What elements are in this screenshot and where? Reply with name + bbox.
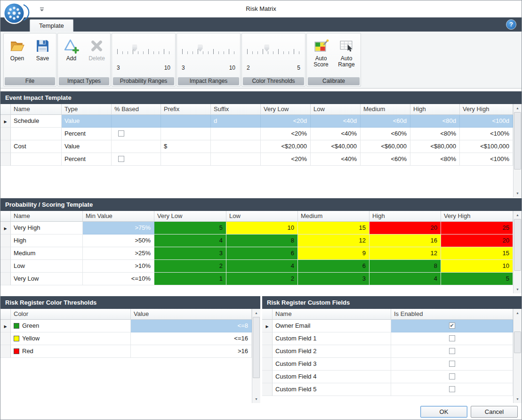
score-cell[interactable]: 20: [441, 234, 513, 247]
table-row[interactable]: High >50% 4 8 12 16 20: [0, 234, 513, 247]
score-cell[interactable]: 6: [298, 260, 369, 273]
scrollbar-thumb[interactable]: [514, 112, 521, 170]
table-row[interactable]: ▶ Green <=8: [0, 320, 252, 332]
scrollbar-thumb[interactable]: [514, 331, 521, 353]
cell-suffix[interactable]: [211, 140, 261, 153]
cell-medium[interactable]: <$60,000: [361, 140, 410, 153]
table-row[interactable]: ▶ Schedule Value d <20d <40d <60d <80d <…: [0, 115, 513, 128]
is-enabled-checkbox[interactable]: [449, 373, 455, 380]
scroll-up-button[interactable]: ▲: [514, 104, 522, 112]
cell-very-low[interactable]: <20%: [261, 128, 311, 140]
score-cell[interactable]: 25: [441, 222, 513, 234]
row-selector-cell[interactable]: [0, 273, 11, 285]
is-enabled-checkbox[interactable]: [449, 361, 455, 367]
cell-type[interactable]: Value: [62, 140, 112, 153]
auto-score-button[interactable]: Auto Score: [309, 36, 333, 68]
row-selector-cell[interactable]: [0, 260, 11, 273]
column-header-low[interactable]: Low: [311, 104, 361, 115]
add-impact-type-button[interactable]: Add: [59, 36, 84, 62]
column-header-color[interactable]: Color: [11, 309, 131, 320]
scroll-down-button[interactable]: ▼: [514, 189, 522, 197]
cell-min-value[interactable]: >10%: [83, 260, 154, 273]
tab-template[interactable]: Template: [30, 19, 73, 32]
cell-name[interactable]: Custom Field 5: [273, 383, 391, 396]
column-header-very-low[interactable]: Very Low: [154, 211, 226, 222]
cell-medium[interactable]: <60%: [361, 128, 410, 140]
cell-name[interactable]: Medium: [11, 247, 83, 260]
row-selector-cell[interactable]: [0, 247, 11, 260]
row-selector-cell[interactable]: [262, 358, 273, 371]
score-cell[interactable]: 10: [226, 222, 298, 234]
cell-high[interactable]: <80d: [410, 115, 460, 128]
pct-based-checkbox[interactable]: [118, 130, 124, 137]
cell-type[interactable]: Percent: [62, 153, 112, 166]
column-header-min-value[interactable]: Min Value: [83, 211, 154, 222]
cell-name[interactable]: Low: [11, 260, 83, 273]
cell-name[interactable]: [11, 153, 62, 166]
table-row[interactable]: Custom Field 2: [262, 345, 513, 358]
score-cell[interactable]: 10: [441, 260, 513, 273]
column-header-medium[interactable]: Medium: [361, 104, 410, 115]
score-cell[interactable]: 8: [369, 260, 441, 273]
row-selector-cell[interactable]: ▶: [0, 222, 11, 234]
cell-value[interactable]: <=8: [131, 320, 252, 332]
app-logo-icon[interactable]: [3, 2, 25, 24]
score-cell[interactable]: 3: [298, 273, 369, 285]
help-button[interactable]: ?: [506, 19, 516, 30]
cell-type[interactable]: Percent: [62, 128, 112, 140]
row-selector-cell[interactable]: ▶: [0, 320, 11, 332]
cell-very-high[interactable]: <$100,000: [460, 140, 513, 153]
is-enabled-checkbox[interactable]: [449, 386, 455, 392]
probability-ranges-slider[interactable]: [116, 45, 171, 56]
table-row[interactable]: Yellow <=16: [0, 332, 252, 345]
ok-button[interactable]: OK: [420, 406, 467, 418]
score-cell[interactable]: 12: [298, 234, 369, 247]
scrollbar-thumb[interactable]: [514, 219, 521, 271]
score-cell[interactable]: 16: [369, 234, 441, 247]
cell-prefix[interactable]: [161, 115, 211, 128]
row-selector-cell[interactable]: [0, 153, 11, 166]
score-cell[interactable]: 12: [369, 247, 441, 260]
cell-name[interactable]: Owner Email: [273, 320, 391, 332]
column-header-low[interactable]: Low: [226, 211, 298, 222]
score-cell[interactable]: 4: [154, 234, 226, 247]
cell-suffix[interactable]: [211, 153, 261, 166]
save-button[interactable]: Save: [31, 36, 55, 62]
table-row[interactable]: Percent <20% <40% <60% <80% <100%: [0, 153, 513, 166]
cell-color[interactable]: Yellow: [11, 332, 131, 345]
vertical-scrollbar[interactable]: ▲ ▼: [513, 211, 522, 293]
score-cell[interactable]: 3: [154, 247, 226, 260]
column-header-high[interactable]: High: [369, 211, 441, 222]
table-row[interactable]: Medium >25% 3 6 9 12 15: [0, 247, 513, 260]
scroll-down-button[interactable]: ▼: [252, 395, 260, 403]
vertical-scrollbar[interactable]: ▲ ▼: [513, 309, 522, 403]
cell-high[interactable]: <80%: [410, 128, 460, 140]
column-header-prefix[interactable]: Prefix: [161, 104, 211, 115]
score-cell[interactable]: 20: [369, 222, 441, 234]
score-cell[interactable]: 5: [154, 222, 226, 234]
score-cell[interactable]: 1: [154, 273, 226, 285]
is-enabled-checkbox[interactable]: [449, 323, 455, 329]
scroll-down-button[interactable]: ▼: [514, 285, 522, 293]
cell-name[interactable]: Cost: [11, 140, 62, 153]
table-row[interactable]: ▶ Very High >75% 5 10 15 20 25: [0, 222, 513, 234]
cell-prefix[interactable]: $: [161, 140, 211, 153]
table-row[interactable]: Low >10% 2 4 6 8 10: [0, 260, 513, 273]
column-header-name[interactable]: Name: [11, 104, 62, 115]
row-selector-cell[interactable]: [0, 140, 11, 153]
cell-low[interactable]: <$40,000: [311, 140, 361, 153]
scroll-down-button[interactable]: ▼: [514, 395, 522, 403]
cell-name[interactable]: Very Low: [11, 273, 83, 285]
cell-pct-based[interactable]: [112, 115, 161, 128]
cell-suffix[interactable]: d: [211, 115, 261, 128]
cell-min-value[interactable]: >50%: [83, 234, 154, 247]
column-header-medium[interactable]: Medium: [298, 211, 369, 222]
cell-medium[interactable]: <60%: [361, 153, 410, 166]
score-cell[interactable]: 9: [298, 247, 369, 260]
cell-high[interactable]: <$80,000: [410, 140, 460, 153]
cell-suffix[interactable]: [211, 128, 261, 140]
cell-value[interactable]: >16: [131, 345, 252, 358]
score-cell[interactable]: 4: [369, 273, 441, 285]
table-row[interactable]: Red >16: [0, 345, 252, 358]
cell-very-low[interactable]: <$20,000: [261, 140, 311, 153]
